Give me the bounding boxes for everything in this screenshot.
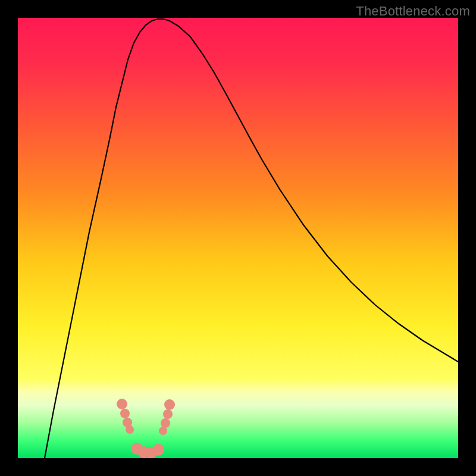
curve-markers bbox=[117, 399, 175, 458]
data-marker bbox=[164, 399, 175, 410]
data-marker bbox=[126, 425, 134, 434]
curve-layer bbox=[18, 18, 458, 458]
plot-area bbox=[18, 18, 458, 458]
bottleneck-curve bbox=[45, 19, 458, 458]
data-marker bbox=[120, 409, 130, 418]
data-marker bbox=[163, 409, 173, 419]
data-marker bbox=[152, 444, 164, 456]
chart-frame: TheBottleneck.com bbox=[0, 0, 476, 476]
data-marker bbox=[159, 427, 167, 435]
data-marker bbox=[117, 399, 127, 409]
watermark-text: TheBottleneck.com bbox=[356, 4, 470, 19]
data-marker bbox=[161, 418, 170, 428]
